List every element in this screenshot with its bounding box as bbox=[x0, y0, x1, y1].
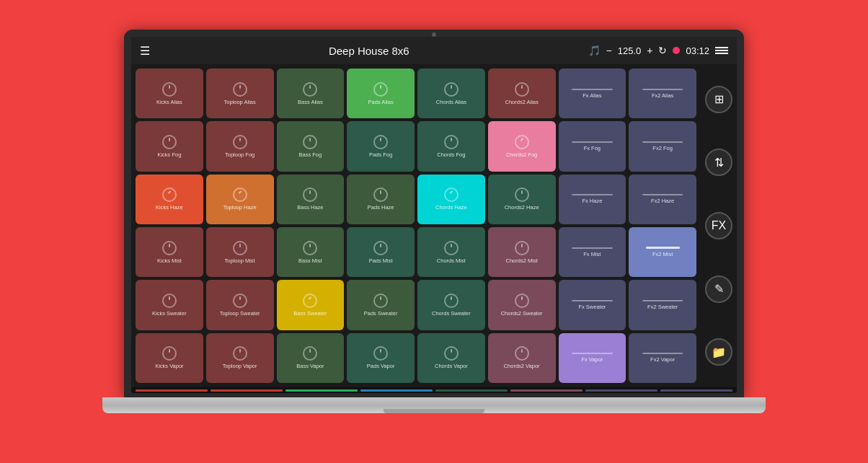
pad-chords-alias[interactable]: Chords Alias bbox=[417, 69, 485, 118]
pad-label: Chords Haze bbox=[434, 204, 469, 211]
pad-fx-haze[interactable]: Fx Haze bbox=[559, 175, 626, 224]
pad-label: Fx2 Alias bbox=[650, 92, 675, 99]
pad-label: Kicks Alias bbox=[155, 99, 184, 105]
pad-bass-alias[interactable]: Bass Alias bbox=[277, 69, 345, 118]
grid-row-fog: Kicks FogToploop FogBass FogPads FogChor… bbox=[136, 121, 696, 171]
pad-label: Pads Fog bbox=[368, 151, 394, 158]
pad-kicks-alias[interactable]: Kicks Alias bbox=[136, 69, 203, 118]
pad-kicks-vapor[interactable]: Kicks Vapor bbox=[136, 333, 203, 383]
bpm-value: 125.0 bbox=[618, 45, 642, 56]
pad-bass-sweater[interactable]: Bass Sweater bbox=[277, 280, 345, 330]
pad-toploop-sweater[interactable]: Toploop Sweater bbox=[206, 280, 274, 330]
pad-fx2-vapor[interactable]: Fx2 Vapor bbox=[629, 333, 696, 383]
pad-label: Fx Alias bbox=[581, 92, 603, 99]
menu-icon[interactable]: ☰ bbox=[140, 44, 150, 58]
laptop-camera bbox=[432, 32, 436, 37]
folder-button[interactable]: 📁 bbox=[705, 338, 732, 366]
pad-pads-haze[interactable]: Pads Haze bbox=[347, 175, 415, 224]
progress-segment-0 bbox=[136, 389, 208, 392]
pad-toploop-mist[interactable]: Toploop Mist bbox=[206, 227, 274, 277]
pad-kicks-sweater[interactable]: Kicks Sweater bbox=[136, 280, 203, 330]
pad-chords-mist[interactable]: Chords Mist bbox=[417, 227, 485, 277]
pad-label: Pads Sweater bbox=[363, 310, 399, 317]
pad-label: Fx2 Sweater bbox=[646, 304, 679, 310]
progress-segment-5 bbox=[510, 389, 583, 392]
bpm-minus[interactable]: − bbox=[606, 45, 612, 56]
grid-button[interactable]: ⊞ bbox=[705, 86, 732, 113]
pad-label: Fx2 Fog bbox=[651, 145, 674, 151]
pad-label: Fx Sweater bbox=[577, 304, 607, 310]
pad-fx2-alias[interactable]: Fx2 Alias bbox=[629, 69, 696, 118]
pad-fx-mist[interactable]: Fx Mist bbox=[559, 227, 626, 277]
pad-bass-fog[interactable]: Bass Fog bbox=[277, 121, 345, 171]
grid-row-haze: Kicks HazeToploop HazeBass HazePads Haze… bbox=[136, 175, 696, 224]
pad-chords2-haze[interactable]: Chords2 Haze bbox=[488, 175, 556, 224]
pad-bass-haze[interactable]: Bass Haze bbox=[277, 175, 345, 224]
pad-pads-vapor[interactable]: Pads Vapor bbox=[347, 333, 415, 383]
pad-label: Kicks Mist bbox=[156, 257, 183, 264]
sidebar: ⊞⇅FX✎📁 bbox=[701, 64, 737, 387]
pad-chords-sweater[interactable]: Chords Sweater bbox=[417, 280, 485, 330]
pad-label: Chords Sweater bbox=[430, 310, 472, 317]
pad-chords-haze[interactable]: Chords Haze bbox=[417, 175, 485, 224]
pad-pads-alias[interactable]: Pads Alias bbox=[347, 69, 415, 118]
pad-label: Chords Vapor bbox=[433, 363, 469, 369]
pad-toploop-vapor[interactable]: Toploop Vapor bbox=[206, 333, 274, 383]
hamburger-icon[interactable] bbox=[715, 47, 728, 54]
pad-toploop-fog[interactable]: Toploop Fog bbox=[206, 121, 274, 171]
pad-label: Chords Fog bbox=[435, 151, 466, 158]
pad-pads-mist[interactable]: Pads Mist bbox=[347, 227, 415, 277]
pad-chords-vapor[interactable]: Chords Vapor bbox=[417, 333, 485, 383]
pad-toploop-alias[interactable]: Toploop Alias bbox=[206, 69, 274, 118]
pad-fx2-haze[interactable]: Fx2 Haze bbox=[629, 175, 696, 224]
progress-segment-1 bbox=[211, 389, 283, 392]
progress-bar bbox=[131, 387, 737, 393]
pad-bass-mist[interactable]: Bass Mist bbox=[277, 227, 345, 277]
pad-fx2-sweater[interactable]: Fx2 Sweater bbox=[629, 280, 696, 330]
pad-label: Chords2 Sweater bbox=[500, 310, 544, 317]
pad-pads-sweater[interactable]: Pads Sweater bbox=[347, 280, 415, 330]
pad-pads-fog[interactable]: Pads Fog bbox=[347, 121, 415, 171]
pad-chords2-sweater[interactable]: Chords2 Sweater bbox=[488, 280, 556, 330]
pad-chords2-mist[interactable]: Chords2 Mist bbox=[488, 227, 556, 277]
pad-label: Fx2 Mist bbox=[651, 251, 674, 257]
bpm-plus[interactable]: + bbox=[647, 45, 652, 56]
pad-label: Bass Vapor bbox=[295, 363, 325, 369]
laptop-screen: ☰ Deep House 8x6 🎵 − 125.0 + ↻ 03:12 bbox=[131, 37, 737, 393]
pad-fx-fog[interactable]: Fx Fog bbox=[559, 121, 626, 171]
progress-segment-2 bbox=[285, 389, 358, 392]
pad-kicks-fog[interactable]: Kicks Fog bbox=[136, 121, 203, 171]
pad-label: Fx Vapor bbox=[580, 356, 604, 363]
laptop-screen-bezel: ☰ Deep House 8x6 🎵 − 125.0 + ↻ 03:12 bbox=[124, 30, 744, 397]
app-content: Kicks AliasToploop AliasBass AliasPads A… bbox=[131, 64, 737, 387]
pad-label: Chords2 Vapor bbox=[502, 363, 541, 369]
header-controls: 🎵 − 125.0 + ↻ 03:12 bbox=[588, 45, 728, 56]
edit-button[interactable]: ✎ bbox=[705, 275, 732, 303]
fx-button[interactable]: FX bbox=[705, 212, 732, 239]
pad-label: Toploop Sweater bbox=[218, 310, 262, 317]
pad-chords2-alias[interactable]: Chords2 Alias bbox=[488, 69, 556, 118]
pad-label: Chords Alias bbox=[435, 99, 468, 105]
pad-label: Chords2 Mist bbox=[505, 257, 539, 264]
pad-fx2-mist[interactable]: Fx2 Mist bbox=[629, 227, 696, 277]
pad-fx-sweater[interactable]: Fx Sweater bbox=[559, 280, 626, 330]
pad-label: Pads Vapor bbox=[366, 363, 397, 369]
pad-chords2-fog[interactable]: Chords2 Fog bbox=[488, 121, 556, 171]
pad-bass-vapor[interactable]: Bass Vapor bbox=[277, 333, 345, 383]
pad-fx-alias[interactable]: Fx Alias bbox=[559, 69, 626, 118]
pad-label: Toploop Mist bbox=[223, 257, 257, 264]
pad-label: Chords Mist bbox=[435, 257, 467, 264]
pad-chords2-vapor[interactable]: Chords2 Vapor bbox=[488, 333, 556, 383]
pad-toploop-haze[interactable]: Toploop Haze bbox=[206, 175, 274, 224]
pad-kicks-haze[interactable]: Kicks Haze bbox=[136, 175, 203, 224]
mixer-button[interactable]: ⇅ bbox=[705, 149, 732, 176]
pad-fx2-fog[interactable]: Fx2 Fog bbox=[629, 121, 696, 171]
record-dot bbox=[673, 47, 680, 54]
pad-kicks-mist[interactable]: Kicks Mist bbox=[136, 227, 203, 277]
pad-fx-vapor[interactable]: Fx Vapor bbox=[559, 333, 626, 383]
pad-label: Fx Haze bbox=[580, 198, 603, 204]
rotate-icon[interactable]: ↻ bbox=[658, 45, 667, 56]
clip-icon[interactable]: 🎵 bbox=[588, 45, 601, 56]
pad-label: Bass Mist bbox=[297, 257, 324, 264]
pad-chords-fog[interactable]: Chords Fog bbox=[417, 121, 485, 171]
